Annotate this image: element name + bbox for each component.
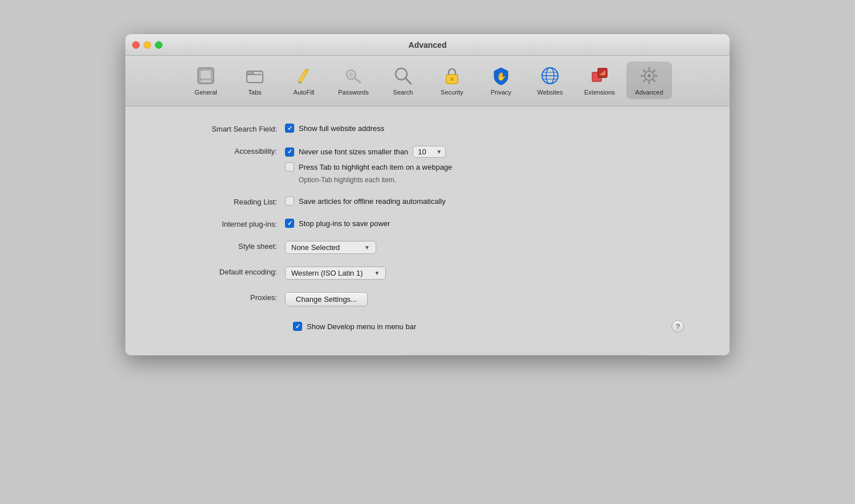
svg-rect-1	[201, 71, 211, 79]
tab-tabs-label: Tabs	[249, 89, 262, 96]
tab-extensions[interactable]: Extensions	[576, 62, 623, 99]
proxies-label: Proxies:	[171, 292, 285, 302]
toolbar: General Tabs AutoFill	[125, 56, 730, 106]
svg-rect-14	[450, 77, 454, 81]
tab-websites[interactable]: Websites	[527, 62, 573, 99]
svg-line-9	[355, 78, 360, 83]
close-button[interactable]	[132, 41, 140, 48]
general-icon	[195, 65, 217, 87]
proxies-line: Change Settings...	[285, 292, 368, 306]
never-font-checkbox[interactable]	[285, 147, 294, 157]
style-sheet-controls: None Selected ▼	[285, 241, 376, 254]
content-area: Smart Search Field: Show full website ad…	[125, 106, 730, 355]
never-font-text: Never use font sizes smaller than	[299, 147, 408, 156]
default-encoding-label: Default encoding:	[171, 267, 285, 276]
tab-autofill[interactable]: AutoFill	[281, 62, 327, 99]
never-font-line: Never use font sizes smaller than 10 ▼	[285, 146, 452, 158]
advanced-icon	[638, 65, 660, 87]
svg-line-30	[644, 70, 645, 72]
stop-plugins-text: Stop plug-ins to save power	[299, 219, 390, 228]
tab-general-label: General	[195, 89, 217, 96]
style-sheet-row: Style sheet: None Selected ▼	[171, 241, 684, 254]
stop-plugins-line: Stop plug-ins to save power	[285, 219, 390, 228]
tab-tabs[interactable]: Tabs	[232, 62, 278, 99]
svg-line-32	[653, 70, 655, 72]
security-icon	[441, 65, 463, 87]
style-sheet-dropdown[interactable]: None Selected ▼	[285, 241, 376, 254]
show-full-address-checkbox[interactable]	[285, 124, 294, 133]
proxies-row: Proxies: Change Settings...	[171, 292, 684, 306]
callout-arrow	[125, 106, 730, 355]
bottom-row: Show Develop menu in menu bar ?	[171, 320, 684, 333]
show-full-address-text: Show full website address	[299, 124, 384, 133]
default-encoding-controls: Western (ISO Latin 1) ▼	[285, 267, 386, 280]
maximize-button[interactable]	[155, 41, 162, 48]
smart-search-row: Smart Search Field: Show full website ad…	[171, 124, 684, 133]
extensions-icon	[589, 65, 610, 87]
default-encoding-value: Western (ISO Latin 1)	[291, 269, 363, 277]
press-tab-checkbox[interactable]	[285, 162, 294, 171]
tab-extensions-label: Extensions	[584, 89, 615, 96]
minimize-button[interactable]	[144, 41, 151, 48]
reading-list-controls: Save articles for offline reading automa…	[285, 196, 446, 206]
tabs-icon	[244, 65, 266, 87]
search-icon	[392, 65, 414, 87]
tab-search[interactable]: Search	[380, 62, 426, 99]
smart-search-label: Smart Search Field:	[171, 124, 285, 133]
svg-line-12	[405, 78, 411, 84]
save-articles-text: Save articles for offline reading automa…	[299, 197, 446, 206]
privacy-icon: ✋	[490, 65, 512, 87]
svg-rect-2	[201, 80, 211, 82]
tab-advanced-label: Advanced	[635, 89, 663, 96]
save-articles-checkbox[interactable]	[285, 196, 294, 206]
title-bar: Advanced	[125, 34, 730, 56]
svg-point-25	[648, 74, 651, 77]
tab-passwords[interactable]: Passwords	[330, 62, 377, 99]
tab-general[interactable]: General	[183, 62, 229, 99]
reading-list-label: Reading List:	[171, 196, 285, 206]
font-size-select[interactable]: 10 ▼	[413, 146, 446, 158]
save-articles-line: Save articles for offline reading automa…	[285, 196, 446, 206]
smart-search-controls: Show full website address	[285, 124, 384, 133]
help-button[interactable]: ?	[671, 320, 684, 333]
style-sheet-arrow: ▼	[364, 244, 370, 251]
style-sheet-value: None Selected	[291, 243, 340, 252]
svg-rect-4	[247, 71, 253, 75]
websites-icon	[539, 65, 561, 87]
svg-line-31	[653, 80, 655, 81]
style-sheet-label: Style sheet:	[171, 241, 285, 251]
style-sheet-line: None Selected ▼	[285, 241, 376, 254]
internet-plugins-label: Internet plug-ins:	[171, 219, 285, 228]
option-tab-hint: Option-Tab highlights each item.	[299, 176, 452, 184]
tab-security[interactable]: Security	[429, 62, 475, 99]
accessibility-row: Accessibility: Never use font sizes smal…	[171, 146, 684, 184]
tab-passwords-label: Passwords	[338, 89, 369, 96]
reading-list-row: Reading List: Save articles for offline …	[171, 196, 684, 206]
stop-plugins-checkbox[interactable]	[285, 219, 294, 228]
tab-security-label: Security	[441, 89, 463, 96]
default-encoding-dropdown[interactable]: Western (ISO Latin 1) ▼	[285, 267, 386, 280]
press-tab-text: Press Tab to highlight each item on a we…	[299, 163, 452, 171]
svg-line-33	[644, 80, 645, 81]
show-develop-checkbox[interactable]	[293, 322, 302, 331]
settings-window: Advanced General Tabs	[125, 34, 730, 355]
svg-text:✋: ✋	[496, 72, 506, 81]
change-settings-button[interactable]: Change Settings...	[285, 292, 368, 306]
accessibility-label: Accessibility:	[171, 146, 285, 155]
show-develop-text: Show Develop menu in menu bar	[307, 322, 416, 331]
proxies-controls: Change Settings...	[285, 292, 368, 306]
tab-advanced[interactable]: Advanced	[626, 62, 672, 99]
passwords-icon	[343, 65, 364, 87]
traffic-lights	[132, 41, 162, 48]
font-size-value: 10	[418, 147, 434, 156]
internet-plugins-controls: Stop plug-ins to save power	[285, 219, 390, 228]
default-encoding-arrow: ▼	[374, 270, 380, 276]
tab-websites-label: Websites	[537, 89, 563, 96]
show-full-address-line: Show full website address	[285, 124, 384, 133]
tab-autofill-label: AutoFill	[294, 89, 315, 96]
window-title: Advanced	[409, 40, 447, 50]
default-encoding-row: Default encoding: Western (ISO Latin 1) …	[171, 267, 684, 280]
svg-point-10	[349, 72, 353, 77]
autofill-icon	[293, 65, 315, 87]
tab-privacy[interactable]: ✋ Privacy	[478, 62, 524, 99]
